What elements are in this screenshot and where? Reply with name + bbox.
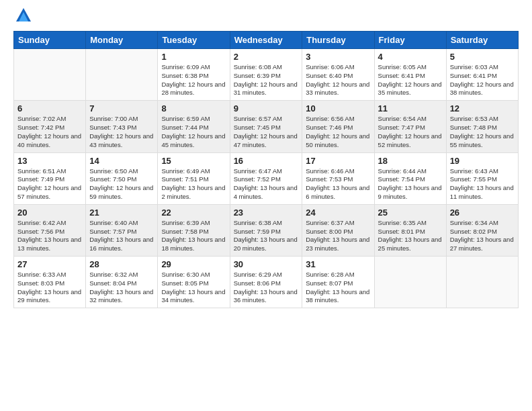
col-header-sunday: Sunday [14,32,86,49]
calendar-header-row: SundayMondayTuesdayWednesdayThursdayFrid… [14,32,519,49]
day-info: Sunrise: 6:53 AMSunset: 7:48 PMDaylight:… [450,115,515,149]
day-number: 4 [378,52,443,62]
calendar-cell: 26Sunrise: 6:34 AMSunset: 8:02 PMDayligh… [446,204,518,256]
day-number: 12 [450,103,515,113]
day-info: Sunrise: 6:57 AMSunset: 7:45 PMDaylight:… [234,115,299,149]
calendar-table: SundayMondayTuesdayWednesdayThursdayFrid… [13,31,519,308]
calendar-cell: 27Sunrise: 6:33 AMSunset: 8:03 PMDayligh… [14,257,86,308]
calendar-cell: 18Sunrise: 6:44 AMSunset: 7:54 PMDayligh… [374,152,446,204]
day-info: Sunrise: 6:56 AMSunset: 7:46 PMDaylight:… [306,115,370,149]
calendar-week-row: 20Sunrise: 6:42 AMSunset: 7:56 PMDayligh… [14,204,519,256]
calendar-cell [374,257,446,308]
day-number: 3 [306,52,370,62]
day-info: Sunrise: 6:32 AMSunset: 8:04 PMDaylight:… [89,271,154,305]
calendar-cell: 10Sunrise: 6:56 AMSunset: 7:46 PMDayligh… [302,101,374,152]
calendar-cell: 29Sunrise: 6:30 AMSunset: 8:05 PMDayligh… [158,257,230,308]
col-header-thursday: Thursday [302,32,374,49]
day-info: Sunrise: 6:38 AMSunset: 7:59 PMDaylight:… [234,219,299,253]
day-number: 14 [89,156,154,166]
day-number: 13 [17,156,82,166]
calendar-cell: 13Sunrise: 6:51 AMSunset: 7:49 PMDayligh… [14,152,86,204]
col-header-saturday: Saturday [446,32,518,49]
day-info: Sunrise: 6:39 AMSunset: 7:58 PMDaylight:… [161,219,226,253]
calendar-cell: 22Sunrise: 6:39 AMSunset: 7:58 PMDayligh… [158,204,230,256]
day-info: Sunrise: 6:51 AMSunset: 7:49 PMDaylight:… [17,167,82,201]
logo [13,11,31,24]
day-number: 17 [306,156,370,166]
calendar-cell: 8Sunrise: 6:59 AMSunset: 7:44 PMDaylight… [158,101,230,152]
calendar-cell: 16Sunrise: 6:47 AMSunset: 7:52 PMDayligh… [230,152,302,204]
day-info: Sunrise: 6:37 AMSunset: 8:00 PMDaylight:… [306,219,370,253]
calendar-cell: 21Sunrise: 6:40 AMSunset: 7:57 PMDayligh… [86,204,158,256]
col-header-friday: Friday [374,32,446,49]
calendar-cell: 24Sunrise: 6:37 AMSunset: 8:00 PMDayligh… [302,204,374,256]
calendar-week-row: 27Sunrise: 6:33 AMSunset: 8:03 PMDayligh… [14,257,519,308]
calendar-cell: 3Sunrise: 6:06 AMSunset: 6:40 PMDaylight… [302,49,374,101]
day-number: 7 [89,103,154,113]
calendar-cell: 30Sunrise: 6:29 AMSunset: 8:06 PMDayligh… [230,257,302,308]
calendar-cell: 4Sunrise: 6:05 AMSunset: 6:41 PMDaylight… [374,49,446,101]
day-number: 8 [161,103,226,113]
calendar-cell [14,49,86,101]
day-info: Sunrise: 6:34 AMSunset: 8:02 PMDaylight:… [450,219,515,253]
header [13,11,519,24]
day-info: Sunrise: 6:03 AMSunset: 6:41 PMDaylight:… [450,63,515,97]
day-info: Sunrise: 6:29 AMSunset: 8:06 PMDaylight:… [234,271,299,305]
day-info: Sunrise: 6:33 AMSunset: 8:03 PMDaylight:… [17,271,82,305]
day-number: 15 [161,156,226,166]
calendar-cell: 20Sunrise: 6:42 AMSunset: 7:56 PMDayligh… [14,204,86,256]
day-info: Sunrise: 6:46 AMSunset: 7:53 PMDaylight:… [306,167,370,201]
calendar-cell: 11Sunrise: 6:54 AMSunset: 7:47 PMDayligh… [374,101,446,152]
day-info: Sunrise: 7:00 AMSunset: 7:43 PMDaylight:… [89,115,154,149]
day-number: 30 [234,259,299,269]
day-info: Sunrise: 6:50 AMSunset: 7:50 PMDaylight:… [89,167,154,201]
day-number: 23 [234,208,299,218]
calendar-cell: 31Sunrise: 6:28 AMSunset: 8:07 PMDayligh… [302,257,374,308]
day-info: Sunrise: 6:28 AMSunset: 8:07 PMDaylight:… [306,271,370,305]
calendar-cell: 23Sunrise: 6:38 AMSunset: 7:59 PMDayligh… [230,204,302,256]
day-info: Sunrise: 7:02 AMSunset: 7:42 PMDaylight:… [17,115,82,149]
day-number: 1 [161,52,226,62]
day-number: 20 [17,208,82,218]
day-info: Sunrise: 6:59 AMSunset: 7:44 PMDaylight:… [161,115,226,149]
day-info: Sunrise: 6:30 AMSunset: 8:05 PMDaylight:… [161,271,226,305]
day-info: Sunrise: 6:08 AMSunset: 6:39 PMDaylight:… [234,63,299,97]
col-header-tuesday: Tuesday [158,32,230,49]
day-info: Sunrise: 6:44 AMSunset: 7:54 PMDaylight:… [378,167,443,201]
day-number: 22 [161,208,226,218]
day-info: Sunrise: 6:43 AMSunset: 7:55 PMDaylight:… [450,167,515,201]
calendar-cell: 6Sunrise: 7:02 AMSunset: 7:42 PMDaylight… [14,101,86,152]
calendar-cell: 14Sunrise: 6:50 AMSunset: 7:50 PMDayligh… [86,152,158,204]
day-number: 27 [17,259,82,269]
logo-icon [16,8,31,24]
calendar-week-row: 1Sunrise: 6:09 AMSunset: 6:38 PMDaylight… [14,49,519,101]
day-number: 29 [161,259,226,269]
day-number: 31 [306,259,370,269]
calendar-cell [86,49,158,101]
day-info: Sunrise: 6:09 AMSunset: 6:38 PMDaylight:… [161,63,226,97]
calendar-cell: 1Sunrise: 6:09 AMSunset: 6:38 PMDaylight… [158,49,230,101]
calendar-cell: 15Sunrise: 6:49 AMSunset: 7:51 PMDayligh… [158,152,230,204]
day-info: Sunrise: 6:42 AMSunset: 7:56 PMDaylight:… [17,219,82,253]
calendar-cell: 5Sunrise: 6:03 AMSunset: 6:41 PMDaylight… [446,49,518,101]
day-number: 11 [378,103,443,113]
day-info: Sunrise: 6:05 AMSunset: 6:41 PMDaylight:… [378,63,443,97]
day-info: Sunrise: 6:35 AMSunset: 8:01 PMDaylight:… [378,219,443,253]
day-info: Sunrise: 6:40 AMSunset: 7:57 PMDaylight:… [89,219,154,253]
calendar-cell: 19Sunrise: 6:43 AMSunset: 7:55 PMDayligh… [446,152,518,204]
day-number: 16 [234,156,299,166]
page: SundayMondayTuesdayWednesdayThursdayFrid… [0,0,532,411]
day-info: Sunrise: 6:49 AMSunset: 7:51 PMDaylight:… [161,167,226,201]
day-number: 10 [306,103,370,113]
day-number: 21 [89,208,154,218]
calendar-cell: 12Sunrise: 6:53 AMSunset: 7:48 PMDayligh… [446,101,518,152]
day-info: Sunrise: 6:47 AMSunset: 7:52 PMDaylight:… [234,167,299,201]
calendar-week-row: 6Sunrise: 7:02 AMSunset: 7:42 PMDaylight… [14,101,519,152]
day-number: 19 [450,156,515,166]
day-number: 18 [378,156,443,166]
calendar-cell: 17Sunrise: 6:46 AMSunset: 7:53 PMDayligh… [302,152,374,204]
day-info: Sunrise: 6:06 AMSunset: 6:40 PMDaylight:… [306,63,370,97]
day-number: 2 [234,52,299,62]
calendar-cell: 2Sunrise: 6:08 AMSunset: 6:39 PMDaylight… [230,49,302,101]
day-number: 26 [450,208,515,218]
